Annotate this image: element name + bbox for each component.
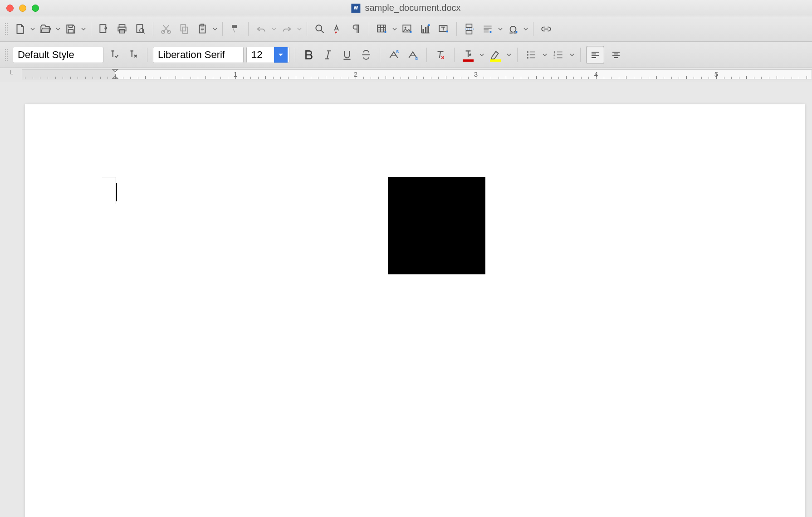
separator	[248, 22, 249, 36]
clone-formatting-button[interactable]	[227, 21, 244, 37]
zoom-window-button[interactable]	[32, 5, 39, 12]
separator	[454, 48, 455, 62]
font-name-combo[interactable]	[153, 47, 244, 63]
window-controls	[6, 5, 39, 12]
separator	[517, 48, 518, 62]
italic-button[interactable]	[320, 47, 336, 63]
save-button[interactable]	[63, 21, 79, 37]
highlight-button[interactable]	[487, 47, 504, 63]
numbered-list-dropdown[interactable]	[569, 53, 575, 57]
print-button[interactable]	[114, 21, 130, 37]
find-replace-button[interactable]	[312, 21, 328, 37]
separator	[295, 48, 295, 62]
insert-page-break-button[interactable]	[461, 21, 478, 37]
update-style-button[interactable]	[106, 47, 122, 63]
align-center-button[interactable]	[607, 46, 625, 64]
undo-dropdown[interactable]	[271, 27, 277, 31]
font-color-indicator	[463, 59, 474, 62]
align-left-button[interactable]	[586, 46, 604, 64]
word-doc-icon: W	[351, 4, 360, 13]
standard-toolbar	[0, 16, 812, 42]
ruler-corner-icon[interactable]: └	[0, 69, 22, 78]
superscript-button[interactable]: B	[386, 47, 402, 63]
bullet-list-button[interactable]	[523, 47, 539, 63]
svg-rect-2	[100, 24, 106, 32]
paragraph-style-combo[interactable]	[13, 47, 103, 63]
bullet-list-dropdown[interactable]	[542, 53, 548, 57]
separator	[222, 22, 223, 36]
print-preview-button[interactable]	[132, 21, 148, 37]
paste-button[interactable]	[194, 21, 210, 37]
font-size-combo[interactable]	[246, 47, 289, 63]
bold-button[interactable]	[301, 47, 317, 63]
save-dropdown[interactable]	[81, 27, 86, 31]
highlight-dropdown[interactable]	[506, 53, 512, 57]
svg-rect-20	[427, 25, 429, 33]
paragraph-style-input[interactable]	[13, 47, 103, 63]
page[interactable]	[25, 104, 805, 517]
text-cursor	[116, 183, 117, 201]
insert-hyperlink-button[interactable]	[538, 21, 554, 37]
spellcheck-button[interactable]	[330, 21, 346, 37]
open-button[interactable]	[37, 21, 54, 37]
clear-formatting-button[interactable]	[432, 47, 449, 63]
insert-table-button[interactable]	[374, 21, 390, 37]
paste-dropdown[interactable]	[212, 27, 218, 31]
svg-rect-18	[423, 29, 424, 33]
insert-field-button[interactable]	[479, 21, 496, 37]
font-color-button[interactable]	[460, 47, 476, 63]
export-pdf-button[interactable]	[96, 21, 112, 37]
svg-rect-11	[183, 27, 188, 33]
redo-button[interactable]	[279, 21, 295, 37]
insert-special-char-dropdown[interactable]	[523, 27, 528, 31]
svg-point-27	[527, 54, 528, 55]
document-view[interactable]	[0, 82, 812, 517]
copy-button[interactable]	[176, 21, 192, 37]
close-window-button[interactable]	[6, 5, 14, 12]
subscript-button[interactable]: B	[405, 47, 421, 63]
insert-chart-button[interactable]	[417, 21, 434, 37]
titlebar: W sample_document.docx	[0, 0, 812, 16]
strikethrough-button[interactable]	[358, 47, 374, 63]
window-title: W sample_document.docx	[351, 3, 460, 13]
new-style-button[interactable]	[125, 47, 142, 63]
svg-text:3: 3	[553, 55, 555, 59]
insert-image-button[interactable]	[399, 21, 416, 37]
formatting-marks-button[interactable]	[348, 21, 364, 37]
font-size-input[interactable]	[247, 47, 274, 63]
font-color-dropdown[interactable]	[479, 53, 484, 57]
separator	[580, 48, 581, 62]
svg-rect-15	[377, 25, 385, 32]
new-document-dropdown[interactable]	[30, 27, 35, 31]
font-name-input[interactable]	[153, 47, 244, 63]
separator	[380, 48, 380, 62]
open-dropdown[interactable]	[55, 27, 61, 31]
svg-text:B: B	[415, 56, 418, 60]
numbered-list-button[interactable]: 123	[550, 47, 567, 63]
font-size-dropdown[interactable]	[274, 47, 288, 63]
svg-point-17	[405, 26, 406, 28]
ruler-row: └ 12345	[0, 68, 812, 82]
underline-button[interactable]	[339, 47, 355, 63]
separator	[307, 22, 307, 36]
insert-field-dropdown[interactable]	[498, 27, 503, 31]
highlight-color-indicator	[490, 59, 501, 62]
new-document-button[interactable]	[12, 21, 28, 37]
horizontal-ruler[interactable]: 12345	[22, 69, 812, 79]
formatting-toolbar: B B 123	[0, 42, 812, 68]
separator	[426, 48, 427, 62]
svg-point-14	[316, 25, 322, 31]
ruler-number: 5	[714, 70, 718, 78]
ruler-number: 4	[594, 70, 598, 78]
inserted-black-rectangle[interactable]	[388, 177, 485, 274]
insert-special-char-button[interactable]	[505, 21, 521, 37]
separator	[533, 22, 533, 36]
insert-textbox-button[interactable]	[435, 21, 452, 37]
minimize-window-button[interactable]	[19, 5, 26, 12]
toolbar-grip[interactable]	[5, 23, 8, 35]
redo-dropdown[interactable]	[297, 27, 302, 31]
undo-button[interactable]	[253, 21, 269, 37]
insert-table-dropdown[interactable]	[392, 27, 397, 31]
cut-button[interactable]	[158, 21, 174, 37]
toolbar-grip[interactable]	[5, 49, 8, 61]
